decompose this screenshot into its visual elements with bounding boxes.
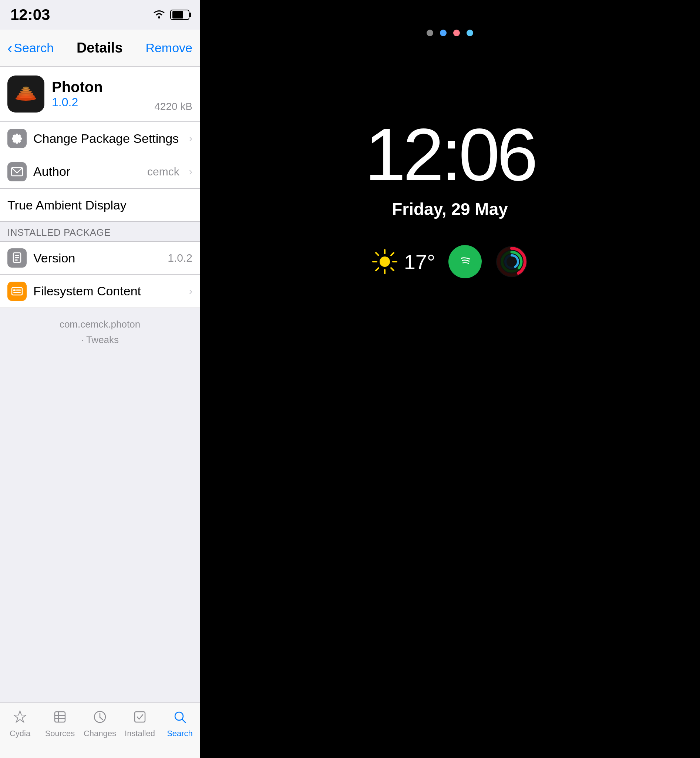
version-item: Version 1.0.2 bbox=[0, 241, 200, 275]
svg-rect-15 bbox=[13, 292, 21, 293]
back-button[interactable]: ‹ Search bbox=[8, 41, 54, 55]
standalone-label: True Ambient Display bbox=[8, 198, 127, 213]
dot-2 bbox=[440, 30, 447, 36]
lock-widgets: 17° bbox=[372, 245, 529, 278]
svg-rect-18 bbox=[55, 712, 65, 722]
spotify-widget bbox=[448, 245, 482, 278]
dot-3 bbox=[453, 30, 460, 36]
svg-marker-17 bbox=[14, 711, 26, 722]
status-icons: 75 bbox=[152, 8, 189, 22]
app-info: Photon 1.0.2 bbox=[52, 79, 147, 109]
activity-rings-icon bbox=[495, 245, 528, 278]
version-value: 1.0.2 bbox=[167, 252, 192, 264]
tab-installed[interactable]: Installed bbox=[120, 709, 160, 738]
lock-date: Friday, 29 May bbox=[392, 199, 508, 219]
wifi-icon bbox=[152, 8, 166, 22]
menu-section: Change Package Settings › Author cemck › bbox=[0, 122, 200, 188]
app-version: 1.0.2 bbox=[52, 96, 147, 109]
battery-percent: 75 bbox=[177, 12, 183, 18]
remove-button[interactable]: Remove bbox=[145, 41, 192, 55]
app-header: Photon 1.0.2 4220 kB bbox=[0, 67, 200, 122]
tab-changes[interactable]: Changes bbox=[80, 709, 120, 738]
svg-rect-23 bbox=[135, 712, 145, 722]
tab-cydia[interactable]: Cydia bbox=[0, 709, 40, 738]
filesystem-content-item[interactable]: Filesystem Content › bbox=[0, 275, 200, 308]
svg-rect-11 bbox=[15, 257, 19, 258]
svg-line-25 bbox=[182, 719, 185, 722]
author-item[interactable]: Author cemck › bbox=[0, 155, 200, 188]
author-label: Author bbox=[33, 164, 141, 179]
svg-line-33 bbox=[391, 253, 394, 255]
content-fill bbox=[0, 356, 200, 758]
back-label: Search bbox=[14, 41, 54, 55]
back-arrow-icon: ‹ bbox=[8, 41, 12, 55]
svg-line-31 bbox=[376, 253, 378, 255]
tab-installed-label: Installed bbox=[125, 729, 155, 738]
package-id: com.cemck.photon · Tweaks bbox=[0, 308, 200, 356]
tab-changes-label: Changes bbox=[84, 729, 116, 738]
chevron-icon: › bbox=[189, 133, 192, 144]
battery-icon: 75 bbox=[170, 9, 189, 20]
chevron-icon: › bbox=[189, 166, 192, 178]
spotify-icon bbox=[455, 252, 475, 272]
page-dots bbox=[427, 30, 473, 36]
temperature: 17° bbox=[404, 250, 436, 274]
svg-line-32 bbox=[391, 268, 394, 271]
tab-cydia-label: Cydia bbox=[9, 729, 30, 738]
activity-rings-widget bbox=[495, 245, 528, 278]
nav-title: Details bbox=[77, 40, 123, 56]
installed-package-header: INSTALLED PACKAGE bbox=[0, 222, 200, 241]
filesystem-icon-bg bbox=[8, 282, 27, 301]
true-ambient-display-item: True Ambient Display bbox=[0, 188, 200, 222]
package-id-text: com.cemck.photon bbox=[8, 317, 192, 332]
gear-icon-bg bbox=[8, 129, 27, 148]
svg-line-34 bbox=[376, 268, 378, 271]
installed-icon bbox=[133, 709, 147, 727]
tab-sources[interactable]: Sources bbox=[40, 709, 80, 738]
dot-1 bbox=[427, 30, 433, 36]
app-icon bbox=[8, 75, 44, 113]
tab-sources-label: Sources bbox=[45, 729, 75, 738]
filesystem-label: Filesystem Content bbox=[33, 284, 180, 298]
app-size: 4220 kB bbox=[154, 101, 192, 113]
chevron-icon: › bbox=[189, 285, 192, 297]
installed-section: Version 1.0.2 Filesystem Content › bbox=[0, 241, 200, 308]
lock-clock: 12:06 bbox=[365, 118, 535, 192]
tab-search[interactable]: Search bbox=[160, 709, 200, 738]
svg-point-35 bbox=[455, 252, 475, 272]
svg-rect-14 bbox=[13, 290, 16, 291]
author-value: cemck bbox=[147, 166, 180, 178]
svg-point-26 bbox=[380, 257, 390, 267]
svg-rect-10 bbox=[15, 255, 19, 256]
status-time: 12:03 bbox=[10, 6, 50, 23]
package-category-text: · Tweaks bbox=[8, 332, 192, 348]
dot-4 bbox=[467, 30, 473, 36]
cydia-icon bbox=[12, 709, 27, 727]
search-icon bbox=[172, 709, 187, 727]
version-label: Version bbox=[33, 251, 161, 265]
cydia-panel: 12:03 75 ‹ Search Details Remove bbox=[0, 0, 200, 758]
app-name: Photon bbox=[52, 79, 147, 96]
svg-rect-12 bbox=[15, 260, 18, 261]
sources-icon bbox=[53, 709, 67, 727]
change-package-settings-label: Change Package Settings bbox=[33, 132, 180, 146]
nav-bar: ‹ Search Details Remove bbox=[0, 30, 200, 67]
svg-rect-16 bbox=[16, 290, 21, 291]
change-package-settings-item[interactable]: Change Package Settings › bbox=[0, 122, 200, 155]
mail-icon-bg bbox=[8, 162, 27, 182]
status-bar: 12:03 75 bbox=[0, 0, 200, 30]
svg-point-0 bbox=[158, 16, 160, 19]
tab-search-label: Search bbox=[167, 729, 193, 738]
sun-icon bbox=[372, 248, 398, 275]
changes-icon bbox=[92, 709, 107, 727]
tab-bar: Cydia Sources Changes bbox=[0, 703, 200, 758]
svg-point-7 bbox=[23, 87, 29, 89]
weather-widget: 17° bbox=[372, 248, 436, 275]
lock-screen: 12:06 Friday, 29 May 17° bbox=[200, 0, 700, 758]
version-icon-bg bbox=[8, 248, 27, 268]
svg-rect-13 bbox=[12, 288, 22, 295]
